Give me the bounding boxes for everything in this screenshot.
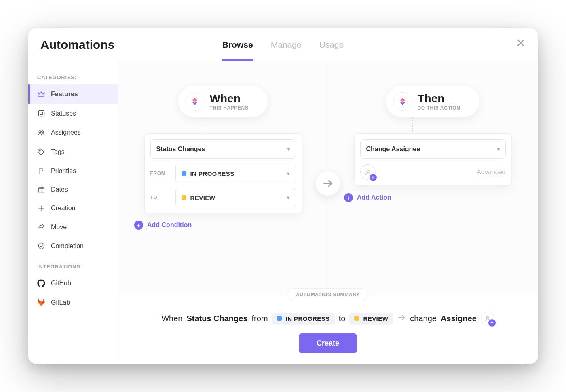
sidebar-item-statuses[interactable]: Statuses — [28, 104, 118, 123]
action-card: Change Assignee ▾ + Advanced — [354, 133, 512, 186]
sidebar-item-completion[interactable]: Completion — [28, 236, 118, 255]
gitlab-icon — [37, 299, 45, 307]
tab-manage[interactable]: Manage — [271, 28, 302, 61]
status-color-dot — [182, 171, 186, 176]
clickup-logo-icon — [186, 92, 204, 111]
connector-line — [205, 117, 205, 133]
summary-sentence: When Status Changes from IN PROGRESS to … — [161, 312, 494, 325]
crown-icon — [37, 90, 45, 98]
sidebar-item-gitlab[interactable]: GitLab — [28, 293, 118, 312]
plus-outline-icon — [37, 204, 45, 212]
to-status-value: REVIEW — [190, 194, 215, 201]
sidebar-item-creation[interactable]: Creation — [28, 199, 118, 217]
summary-when-word: When — [161, 314, 182, 323]
arrow-right-icon — [397, 313, 406, 324]
add-action-label: Add Action — [357, 194, 391, 201]
connector-line — [412, 117, 413, 133]
svg-point-7 — [39, 131, 41, 133]
sidebar-item-github[interactable]: GitHub — [28, 274, 118, 293]
share-arrow-icon — [37, 223, 45, 231]
close-icon — [516, 38, 526, 48]
chevron-down-icon: ▾ — [497, 146, 500, 152]
sidebar-item-label: Priorities — [51, 167, 76, 175]
sidebar-item-move[interactable]: Move — [28, 217, 118, 236]
when-header-pill: When THIS HAPPENS — [178, 86, 268, 117]
modal-header: Automations Browse Manage Usage — [28, 28, 538, 61]
modal-body: CATEGORIES: Features Statuses Assignees — [28, 61, 538, 364]
sidebar-item-assignees[interactable]: Assignees — [28, 123, 118, 142]
svg-point-19 — [486, 316, 488, 318]
flow-arrow-icon — [316, 171, 340, 196]
add-condition-label: Add Condition — [147, 221, 192, 229]
summary-action: Assignee — [441, 314, 477, 323]
modal-title: Automations — [40, 38, 114, 52]
advanced-link[interactable]: Advanced — [477, 169, 505, 176]
summary-trigger: Status Changes — [186, 314, 247, 323]
sidebar-item-priorities[interactable]: Priorities — [28, 162, 118, 180]
sidebar-item-dates[interactable]: 1 Dates — [28, 180, 118, 199]
automations-modal: Automations Browse Manage Usage CATEGORI… — [28, 28, 538, 364]
plus-badge-icon: + — [488, 319, 496, 327]
sidebar-item-label: Creation — [51, 204, 75, 212]
sidebar-item-label: GitHub — [51, 280, 71, 287]
summary-add-assignee[interactable]: + — [481, 312, 494, 325]
create-button[interactable]: Create — [299, 333, 357, 353]
github-icon — [37, 279, 45, 287]
sidebar: CATEGORIES: Features Statuses Assignees — [28, 61, 118, 364]
tab-browse[interactable]: Browse — [222, 28, 253, 61]
svg-point-16 — [367, 170, 369, 173]
action-select[interactable]: Change Assignee ▾ — [360, 139, 506, 159]
from-status-select[interactable]: IN PROGRESS ▾ — [175, 164, 296, 183]
svg-point-8 — [42, 131, 44, 133]
svg-point-15 — [38, 243, 44, 249]
check-circle-icon — [37, 242, 45, 250]
svg-text:1: 1 — [40, 189, 42, 192]
chevron-down-icon: ▾ — [287, 195, 289, 200]
status-color-dot — [277, 316, 282, 321]
action-select-value: Change Assignee — [366, 145, 420, 153]
sidebar-heading-integrations: INTEGRATIONS: — [28, 259, 118, 274]
summary-change-word: change — [410, 314, 437, 323]
summary-bar: AUTOMATION SUMMARY When Status Changes f… — [118, 295, 538, 364]
plus-circle-icon: + — [134, 221, 143, 230]
sidebar-item-tags[interactable]: Tags — [28, 142, 118, 162]
svg-point-9 — [39, 150, 40, 151]
trigger-card: Status Changes ▾ FROM IN PROGRESS ▾ — [144, 133, 302, 213]
people-icon — [37, 129, 45, 137]
plus-badge-icon: + — [370, 174, 377, 181]
svg-rect-6 — [40, 112, 42, 114]
sidebar-item-label: Tags — [51, 148, 65, 156]
tab-usage[interactable]: Usage — [319, 28, 344, 61]
sidebar-item-label: GitLab — [51, 299, 70, 306]
status-color-dot — [354, 316, 359, 321]
main-canvas: When THIS HAPPENS Status Changes ▾ FR — [118, 61, 538, 364]
status-square-icon — [37, 110, 45, 117]
sidebar-item-label: Assignees — [51, 129, 81, 136]
chevron-down-icon: ▾ — [287, 171, 289, 176]
sidebar-item-label: Dates — [51, 186, 68, 193]
add-assignee-button[interactable]: + — [360, 164, 376, 180]
flag-icon — [37, 167, 45, 175]
trigger-select[interactable]: Status Changes ▾ — [150, 139, 296, 159]
when-title: When — [210, 92, 249, 105]
to-status-select[interactable]: REVIEW ▾ — [175, 188, 296, 207]
add-condition-button[interactable]: + Add Condition — [134, 221, 192, 230]
from-label: FROM — [150, 171, 170, 176]
summary-to-word: to — [339, 314, 346, 323]
summary-heading: AUTOMATION SUMMARY — [287, 288, 368, 301]
sidebar-item-features[interactable]: Features — [28, 84, 118, 104]
summary-from-word: from — [252, 314, 268, 323]
svg-rect-5 — [38, 110, 44, 116]
summary-from-chip: IN PROGRESS — [272, 313, 335, 325]
trigger-select-value: Status Changes — [156, 145, 205, 153]
sidebar-item-label: Statuses — [51, 110, 76, 117]
sidebar-item-label: Move — [51, 223, 67, 231]
clickup-logo-icon — [393, 92, 412, 111]
header-tabs: Browse Manage Usage — [222, 28, 344, 61]
close-button[interactable] — [516, 38, 526, 49]
sidebar-item-label: Features — [51, 91, 78, 98]
sidebar-item-label: Completion — [51, 242, 84, 250]
when-subtitle: THIS HAPPENS — [210, 105, 249, 111]
add-action-button[interactable]: + Add Action — [344, 193, 391, 202]
automation-canvas: When THIS HAPPENS Status Changes ▾ FR — [118, 61, 538, 295]
